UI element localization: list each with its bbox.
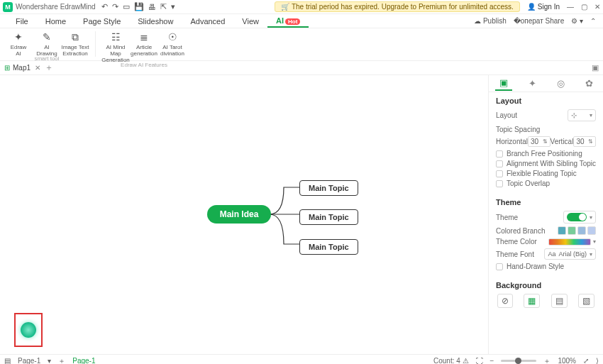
node-topic-3[interactable]: Main Topic — [299, 239, 358, 255]
bg-grid-icon[interactable]: ▤ — [551, 294, 568, 308]
minimize-icon[interactable]: — — [567, 3, 574, 11]
zoom-in-icon[interactable]: ＋ — [543, 356, 551, 365]
fullscreen-icon[interactable]: ⤢ — [583, 357, 589, 364]
node-topic-2[interactable]: Main Topic — [299, 209, 358, 225]
side-tab-style[interactable]: ✦ — [524, 77, 541, 90]
hot-badge: Hot — [285, 18, 300, 25]
menu-home[interactable]: Home — [37, 16, 74, 27]
ribbon-article-gen[interactable]: ≣Articlegeneration — [130, 30, 158, 57]
export-icon[interactable]: ⇱ — [160, 2, 167, 11]
ribbon-group-smarttool: smart tool — [34, 55, 59, 62]
outline-icon[interactable]: ▤ — [4, 357, 11, 364]
sparkle-icon: ✦ — [14, 31, 23, 43]
check-branch-free[interactable]: Branch Free Positioning — [496, 150, 596, 158]
bg-image-icon[interactable]: ▧ — [578, 294, 594, 308]
undo-icon[interactable]: ↶ — [101, 2, 108, 11]
count-label: Count: 4 ⚠ — [433, 357, 469, 364]
collapse-panel-icon[interactable]: ⟩ — [596, 357, 599, 364]
page-name[interactable]: Page-1 — [18, 357, 40, 364]
settings-icon[interactable]: ⚙ ▾ — [571, 17, 583, 25]
check-alignment[interactable]: Alignment With Sibling Topic — [496, 160, 596, 167]
check-overlap[interactable]: Topic Overlap — [496, 180, 596, 187]
branch-swatches[interactable] — [558, 226, 596, 235]
print-icon[interactable]: 🖶 — [148, 3, 156, 11]
chevron-down-icon: ▾ — [590, 251, 592, 258]
colored-branch-label: Colored Branch — [496, 227, 545, 235]
theme-font-select[interactable]: AaArial (Big)▾ — [544, 248, 596, 260]
menu-ai[interactable]: AIHot — [267, 15, 309, 28]
side-tab-mark[interactable]: ◎ — [553, 77, 569, 90]
tab-add-icon[interactable]: ＋ — [45, 62, 53, 74]
tab-close-icon[interactable]: ✕ — [35, 64, 40, 72]
zoom-value: 100% — [558, 357, 576, 364]
add-page-icon[interactable]: ＋ — [58, 356, 65, 365]
publish-button[interactable]: ☁ Publish — [474, 17, 507, 25]
ribbon-group-aifeatures: Edraw AI Features — [121, 62, 167, 68]
layout-title: Layout — [496, 96, 596, 105]
ribbon-tarot[interactable]: ☉AI Tarotdivination — [158, 30, 187, 57]
ai-assistant-button[interactable] — [14, 313, 43, 347]
close-icon[interactable]: ✕ — [594, 3, 600, 11]
topic-spacing-label: Topic Spacing — [496, 126, 596, 133]
check-flexible[interactable]: Flexible Floating Topic — [496, 170, 596, 177]
menu-slideshow[interactable]: Slideshow — [129, 16, 182, 27]
folder-icon[interactable]: ▭ — [123, 2, 130, 11]
vertical-label: Vertical — [551, 138, 574, 145]
connectors — [270, 180, 302, 251]
node-topic-1[interactable]: Main Topic — [299, 180, 358, 196]
color-palette[interactable] — [548, 238, 591, 246]
qat-more-icon[interactable]: ▾ — [171, 2, 175, 11]
file-tab[interactable]: ⊞Map1 — [4, 64, 31, 72]
theme-label: Theme — [496, 214, 518, 221]
tarot-icon: ☉ — [168, 31, 177, 43]
menu-advanced[interactable]: Advanced — [182, 16, 233, 27]
theme-select[interactable]: ▾ — [563, 211, 596, 224]
save-icon[interactable]: 💾 — [134, 2, 144, 11]
zoom-slider[interactable] — [501, 360, 536, 362]
layout-select[interactable]: ⊹▾ — [568, 109, 596, 121]
menu-view[interactable]: View — [233, 16, 267, 27]
chevron-down-icon: ▾ — [590, 112, 592, 118]
horizontal-input[interactable]: 30⇅ — [528, 136, 551, 147]
panel-toggle-icon[interactable]: ▣ — [592, 63, 599, 72]
pencil-icon: ✎ — [43, 31, 51, 43]
page-tab[interactable]: Page-1 — [72, 357, 95, 364]
ribbon-image-text[interactable]: ⧉Image TextExtraction — [61, 30, 89, 57]
chevron-down-icon: ▾ — [593, 238, 596, 245]
ai-orb-icon — [21, 322, 36, 338]
mindmap-file-icon: ⊞ — [4, 64, 10, 72]
ribbon-edraw-ai[interactable]: ✦EdrawAI — [4, 30, 33, 57]
vertical-input[interactable]: 30⇅ — [573, 136, 596, 147]
article-icon: ≣ — [140, 31, 148, 43]
theme-font-label: Theme Font — [496, 250, 534, 258]
chevron-down-icon: ▾ — [590, 214, 592, 221]
horizontal-label: Horizontal — [496, 138, 528, 145]
fit-icon[interactable]: ⛶ — [476, 357, 483, 364]
theme-color-label: Theme Color — [496, 238, 537, 246]
side-tab-more[interactable]: ✿ — [581, 77, 597, 90]
side-tab-layout[interactable]: ▣ — [495, 76, 512, 91]
bg-color-icon[interactable]: ▦ — [524, 294, 540, 308]
layout-icon: ⊹ — [571, 111, 577, 119]
ribbon-mindmap-gen[interactable]: ☷AI Mind MapGeneration — [101, 30, 130, 63]
mindmap-icon: ☷ — [111, 31, 121, 43]
bg-none-icon[interactable]: ⊘ — [497, 294, 513, 308]
redo-icon[interactable]: ↷ — [112, 2, 118, 11]
menu-file[interactable]: File — [7, 16, 37, 27]
ribbon-ai-drawing[interactable]: ✎AIDrawing — [33, 30, 61, 57]
app-name: Wondershare EdrawMind — [16, 3, 96, 11]
zoom-out-icon[interactable]: − — [490, 357, 494, 364]
check-hand-drawn[interactable]: Hand-Drawn Style — [496, 263, 596, 270]
theme-preview-icon — [567, 213, 587, 221]
canvas[interactable]: Main Idea Main Topic Main Topic Main Top… — [0, 75, 488, 354]
maximize-icon[interactable]: ▢ — [581, 3, 587, 11]
node-main-idea[interactable]: Main Idea — [207, 205, 271, 224]
app-logo: M — [3, 2, 13, 12]
trial-banner[interactable]: 🛒 The trial period has expired. Upgrade … — [275, 1, 520, 12]
menu-pagestyle[interactable]: Page Style — [74, 16, 129, 27]
background-title: Background — [496, 281, 596, 289]
share-button[interactable]: �операт Share — [514, 17, 565, 25]
collapse-ribbon-icon[interactable]: ⌃ — [590, 17, 596, 25]
signin-button[interactable]: 👤 Sign In — [527, 3, 560, 11]
page-dropdown-icon[interactable]: ▾ — [48, 357, 51, 364]
